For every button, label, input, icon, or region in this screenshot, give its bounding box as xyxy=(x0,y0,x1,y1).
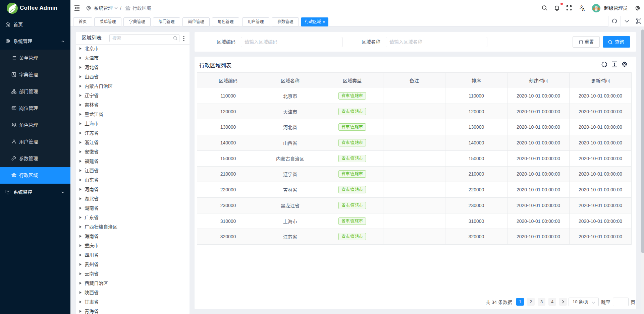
svg-text:A: A xyxy=(582,7,585,11)
